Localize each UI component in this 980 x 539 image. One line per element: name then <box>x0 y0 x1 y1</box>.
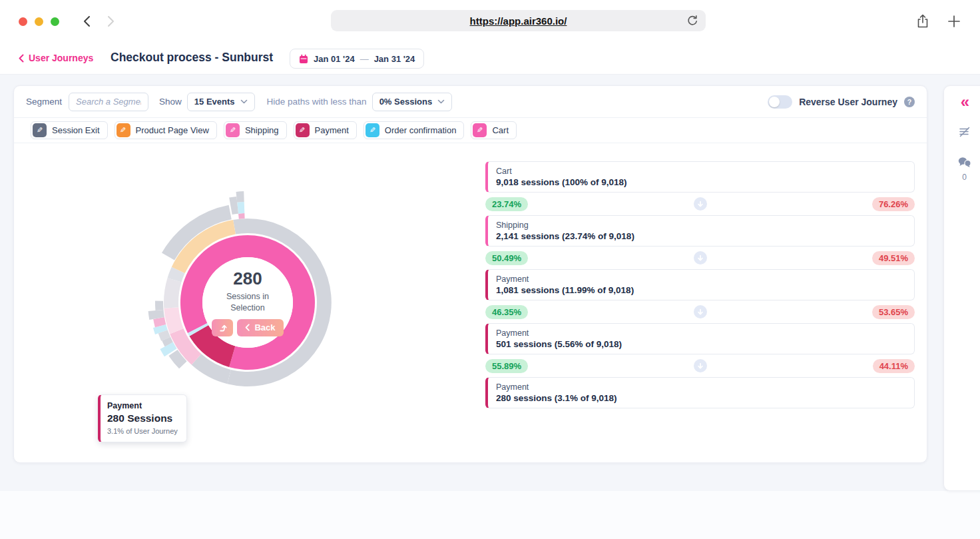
back-button-label: Back <box>254 322 275 332</box>
drop-rate-badge: 76.26% <box>872 197 915 211</box>
chevron-left-icon <box>19 54 24 63</box>
edit-pencil-icon[interactable]: ✎ <box>33 123 47 137</box>
date-end: Jan 31 '24 <box>374 54 415 64</box>
back-to-user-journeys-link[interactable]: User Journeys <box>19 53 93 63</box>
date-start: Jan 01 '24 <box>314 54 355 64</box>
chevron-left-icon <box>245 324 250 331</box>
edit-pencil-icon[interactable]: ✎ <box>296 123 310 137</box>
chevron-down-icon <box>437 99 445 104</box>
hide-paths-label: Hide paths with less than <box>267 97 367 107</box>
step-name: Payment <box>496 328 914 338</box>
app-header: User Journeys Checkout process - Sunburs… <box>0 41 980 75</box>
reload-icon[interactable] <box>686 14 699 27</box>
legend-chip-order-confirmation[interactable]: ✎ Order confirmation <box>364 121 465 139</box>
collapse-sidebar-icon[interactable]: « <box>961 94 968 110</box>
legend-chip-payment[interactable]: ✎ Payment <box>294 121 357 139</box>
drop-rate-badge: 44.11% <box>873 359 915 373</box>
date-dash: — <box>360 54 369 64</box>
drop-rate-badge: 49.51% <box>872 251 915 265</box>
event-legend: ✎ Session Exit ✎ Product Page View ✎ Shi… <box>14 118 927 143</box>
step-detail: 1,081 sessions (11.99% of 9,018) <box>496 285 914 295</box>
journey-step-card[interactable]: Payment 501 sessions (5.56% of 9,018) <box>485 323 915 354</box>
continue-rate-badge: 55.89% <box>485 359 528 373</box>
transition-row: 50.49% 49.51% <box>485 251 915 265</box>
hide-annotations-icon[interactable] <box>958 126 971 141</box>
step-name: Payment <box>496 382 914 392</box>
sessions-in-selection-label: Sessions in Selection <box>226 291 269 313</box>
legend-chip-shipping[interactable]: ✎ Shipping <box>224 121 287 139</box>
edit-pencil-icon[interactable]: ✎ <box>117 123 130 137</box>
events-count-dropdown[interactable]: 15 Events <box>187 93 255 111</box>
legend-chip-product-page-view[interactable]: ✎ Product Page View <box>115 121 217 139</box>
edit-pencil-icon[interactable]: ✎ <box>473 123 487 137</box>
reverse-journey-label: Reverse User Journey <box>799 97 897 107</box>
browser-back-icon[interactable] <box>83 15 91 30</box>
legend-chip-cart[interactable]: ✎ Cart <box>471 121 517 139</box>
edit-pencil-icon[interactable]: ✎ <box>226 123 240 137</box>
min-sessions-dropdown[interactable]: 0% Sessions <box>372 93 453 111</box>
continue-rate-badge: 46.35% <box>485 305 528 319</box>
transition-row: 46.35% 53.65% <box>485 304 915 319</box>
back-button[interactable]: Back <box>237 319 283 336</box>
step-detail: 9,018 sessions (100% of 9,018) <box>496 177 914 187</box>
step-detail: 280 sessions (3.1% of 9,018) <box>496 393 914 403</box>
segment-label: Segment <box>26 97 62 107</box>
legend-chip-label: Shipping <box>245 125 279 135</box>
legend-chip-label: Session Exit <box>52 125 100 135</box>
calendar-icon <box>299 54 308 64</box>
browser-forward-icon[interactable] <box>107 15 115 30</box>
step-detail: 2,141 sessions (23.74% of 9,018) <box>496 231 914 241</box>
transition-row: 55.89% 44.11% <box>485 358 915 373</box>
comments-count: 0 <box>962 173 967 182</box>
help-icon[interactable]: ? <box>904 97 915 107</box>
journey-panel: Segment Show 15 Events Hide paths with l… <box>13 85 927 463</box>
reverse-journey-controls: Reverse User Journey ? <box>768 95 927 109</box>
segment-search-input[interactable] <box>69 93 148 111</box>
tooltip-share: 3.1% of User Journey <box>107 427 178 435</box>
step-name: Payment <box>496 274 914 284</box>
zoom-window-button[interactable] <box>51 17 59 26</box>
drop-down-arrow-icon[interactable] <box>694 251 707 265</box>
transition-row: 23.74% 76.26% <box>485 197 915 211</box>
continue-rate-badge: 50.49% <box>485 251 528 265</box>
journey-step-card[interactable]: Shipping 2,141 sessions (23.74% of 9,018… <box>485 215 915 247</box>
journey-steps-list: Cart 9,018 sessions (100% of 9,018) 23.7… <box>485 161 915 412</box>
arrow-up-icon <box>218 322 228 332</box>
drop-rate-badge: 53.65% <box>872 305 915 319</box>
level-up-button[interactable] <box>212 319 233 336</box>
sessions-in-selection-value: 280 <box>233 269 262 289</box>
new-tab-icon[interactable] <box>946 13 962 32</box>
browser-chrome: https://app.air360.io/ <box>0 0 980 41</box>
date-range-picker[interactable]: Jan 01 '24 — Jan 31 '24 <box>290 49 424 69</box>
legend-chip-label: Order confirmation <box>385 125 457 135</box>
minimize-window-button[interactable] <box>35 17 43 26</box>
sunburst-center: 280 Sessions in Selection Back <box>202 257 293 348</box>
legend-chip-label: Cart <box>492 125 509 135</box>
url-text[interactable]: https://app.air360.io/ <box>470 15 567 27</box>
journey-step-card[interactable]: Payment 1,081 sessions (11.99% of 9,018) <box>485 269 915 300</box>
sunburst-tooltip: Payment 280 Sessions 3.1% of User Journe… <box>98 394 187 442</box>
reverse-journey-toggle[interactable] <box>768 95 792 109</box>
content-bottom-background <box>0 491 980 539</box>
address-bar[interactable]: https://app.air360.io/ <box>331 10 706 31</box>
step-name: Cart <box>496 167 914 176</box>
edit-pencil-icon[interactable]: ✎ <box>366 123 379 137</box>
tooltip-sessions: 280 Sessions <box>107 412 178 424</box>
chevron-down-icon <box>240 99 248 104</box>
close-window-button[interactable] <box>19 17 27 26</box>
share-icon[interactable] <box>915 13 930 32</box>
legend-chip-session-exit[interactable]: ✎ Session Exit <box>31 121 108 139</box>
journey-step-card[interactable]: Cart 9,018 sessions (100% of 9,018) <box>485 161 915 193</box>
drop-down-arrow-icon[interactable] <box>694 197 707 211</box>
step-detail: 501 sessions (5.56% of 9,018) <box>496 339 914 349</box>
comments-icon[interactable] <box>957 157 972 171</box>
back-link-label: User Journeys <box>29 53 93 63</box>
tooltip-event-name: Payment <box>107 401 178 410</box>
drop-down-arrow-icon[interactable] <box>694 359 707 372</box>
step-name: Shipping <box>496 221 914 230</box>
legend-chip-label: Product Page View <box>136 125 209 135</box>
journey-step-card[interactable]: Payment 280 sessions (3.1% of 9,018) <box>485 377 915 408</box>
journey-toolbar: Segment Show 15 Events Hide paths with l… <box>14 86 927 118</box>
page-title: Checkout process - Sunburst <box>111 51 273 65</box>
drop-down-arrow-icon[interactable] <box>694 305 707 318</box>
